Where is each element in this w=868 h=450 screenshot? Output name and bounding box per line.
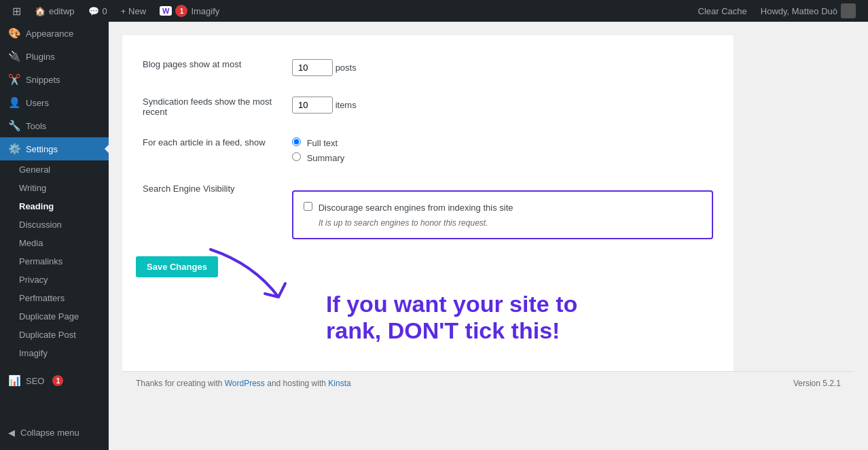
submenu-item-media[interactable]: Media [0,234,109,252]
imagify-icon: W [160,6,172,16]
sev-checkbox[interactable] [304,202,312,211]
footer-and-text: and hosting with [267,379,328,388]
settings-icon: ⚙️ [8,143,20,155]
imagify-label: Imagify [191,6,219,16]
submenu-item-general[interactable]: General [0,160,109,179]
site-name-link[interactable]: 🏠 editwp [28,0,82,22]
sidebar-item-seo[interactable]: 📊 SEO 1 [0,369,109,392]
sidebar-item-label-tools: Tools [26,121,46,131]
sidebar-item-label-appearance: Appearance [26,29,73,39]
summary-option: Summary [292,152,713,163]
syndication-label: Syndication feeds show the most recent [143,97,272,117]
full-text-radio[interactable] [292,137,301,146]
submenu-label-general: General [19,165,50,175]
howdy-label: Howdy, Matteo Duò [761,6,837,16]
sev-box: Discourage search engines from indexing … [292,190,713,239]
submenu-item-perfmatters[interactable]: Perfmatters [0,289,109,307]
submenu-item-reading[interactable]: Reading [0,197,109,215]
sidebar-item-label-users: Users [26,98,49,108]
clear-cache-button[interactable]: Clear Cache [691,0,754,22]
sidebar-item-label-settings: Settings [26,144,58,154]
annotation-arrow [197,243,299,317]
footer-wordpress-link[interactable]: WordPress [225,379,265,388]
collapse-icon: ◀ [8,428,15,438]
annotation-line1: If you want your site to [326,291,720,317]
footer-thanks-text: Thanks for creating with [136,379,225,388]
sidebar-item-appearance[interactable]: 🎨 Appearance [0,22,109,45]
blog-pages-suffix: posts [336,63,357,73]
summary-label-wrap[interactable]: Summary [292,153,344,163]
sidebar-item-users[interactable]: 👤 Users [0,91,109,114]
submenu-label-duplicate-post: Duplicate Post [19,330,76,340]
summary-label: Summary [307,153,345,163]
submenu-label-discussion: Discussion [19,220,62,230]
collapse-menu-button[interactable]: ◀ Collapse menu [0,422,109,443]
footer-kinsta-link[interactable]: Kinsta [328,379,350,388]
appearance-icon: 🎨 [8,27,20,39]
site-name: editwp [49,6,75,16]
blog-pages-row: Blog pages show at most posts [136,49,720,86]
full-text-option: Full text [292,137,713,148]
submenu-label-reading: Reading [19,201,54,211]
reading-settings-table: Blog pages show at most posts Syndicatio… [136,49,720,256]
new-content-link[interactable]: + New [114,0,153,22]
sev-note: It is up to search engines to honor this… [319,218,702,228]
syndication-input[interactable] [292,97,333,114]
submenu-item-discussion[interactable]: Discussion [0,215,109,234]
feed-article-row: For each article in a feed, show Full te… [136,127,720,173]
user-avatar [841,3,856,18]
submenu-label-privacy: Privacy [19,275,48,285]
submenu-label-duplicate-page: Duplicate Page [19,311,79,322]
settings-submenu: General Writing Reading Discussion Media… [0,160,109,362]
admin-menu: 🎨 Appearance 🔌 Plugins ✂️ Snippets 👤 Use… [0,22,109,450]
snippets-icon: ✂️ [8,73,20,86]
tools-icon: 🔧 [8,120,20,132]
submenu-item-duplicate-page[interactable]: Duplicate Page [0,307,109,326]
clear-cache-label: Clear Cache [698,6,747,16]
plugins-icon: 🔌 [8,50,20,63]
sidebar-item-label-snippets: Snippets [26,75,60,85]
submenu-label-imagify: Imagify [19,348,48,358]
submenu-label-perfmatters: Perfmatters [19,293,65,303]
new-label: + New [121,6,146,16]
users-icon: 👤 [8,97,20,109]
full-text-label-wrap[interactable]: Full text [292,138,338,148]
comments-count: 0 [103,6,107,16]
feed-article-label: For each article in a feed, show [143,137,266,148]
blog-pages-input[interactable] [292,59,333,76]
submenu-item-duplicate-post[interactable]: Duplicate Post [0,326,109,344]
annotation-container: Save Changes If you want your site to ra… [136,256,720,344]
sidebar-item-plugins[interactable]: 🔌 Plugins [0,45,109,68]
sidebar-item-label-plugins: Plugins [26,52,55,62]
comments-link[interactable]: 💬 0 [82,0,114,22]
seo-badge: 1 [52,375,63,386]
main-content: Blog pages show at most posts Syndicatio… [109,22,868,450]
sidebar-item-settings[interactable]: ⚙️ Settings [0,137,109,160]
submenu-item-permalinks[interactable]: Permalinks [0,252,109,271]
settings-form-wrap: Blog pages show at most posts Syndicatio… [122,35,734,371]
wp-logo[interactable]: ⊞ [5,0,28,22]
home-icon: 🏠 [35,6,46,16]
settings-arrow [105,145,109,153]
syndication-suffix: items [336,100,357,110]
submenu-item-imagify[interactable]: Imagify [0,344,109,362]
sev-label: Search Engine Visibility [143,184,235,194]
submenu-item-writing[interactable]: Writing [0,179,109,197]
imagify-badge: 1 [175,5,187,17]
imagify-link[interactable]: W 1 Imagify [153,0,226,22]
submenu-label-permalinks: Permalinks [19,256,62,266]
submenu-item-privacy[interactable]: Privacy [0,271,109,289]
sev-checkbox-label-wrap[interactable]: Discourage search engines from indexing … [304,203,513,213]
howdy-link[interactable]: Howdy, Matteo Duò [754,0,863,22]
wp-icon: ⊞ [12,5,21,18]
wp-footer: Thanks for creating with WordPress and h… [122,371,854,395]
syndication-row: Syndication feeds show the most recent i… [136,86,720,127]
blog-pages-label: Blog pages show at most [143,59,241,69]
sidebar-item-label-seo: SEO [26,376,44,386]
full-text-label: Full text [307,138,338,148]
summary-radio[interactable] [292,152,301,161]
sidebar-item-tools[interactable]: 🔧 Tools [0,114,109,137]
annotation-text-block: If you want your site to rank, DON'T tic… [272,291,720,344]
sidebar-item-snippets[interactable]: ✂️ Snippets [0,68,109,91]
annotation-line2: rank, DON'T tick this! [326,317,720,344]
